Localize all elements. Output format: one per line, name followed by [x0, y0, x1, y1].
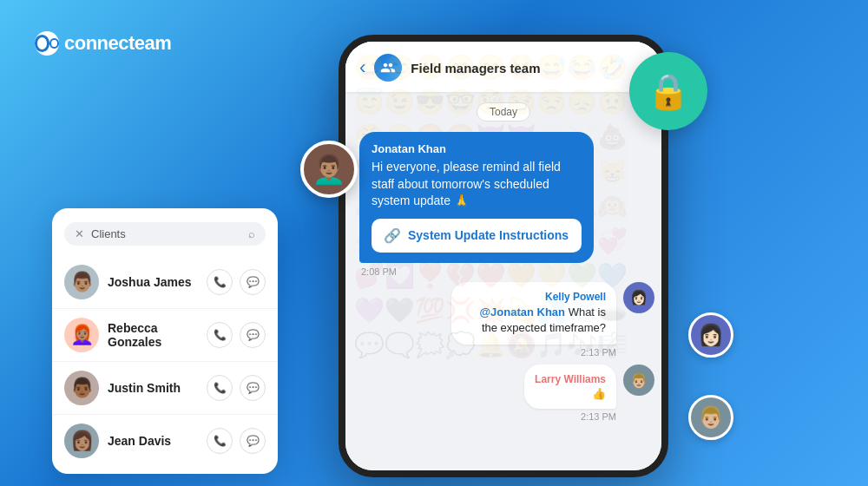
- link-label: System Update Instructions: [408, 228, 569, 242]
- phone-inner: 😀😊🙂😄😁😆😅😂🤣😇😉😎🤓🧐😏😒😞😟😤😠😡🤬😈👿💀☠️💩🤡👹👺👻👽👾🤖😺😸😹😻😼…: [345, 42, 661, 470]
- phone-mockup: 😀😊🙂😄😁😆😅😂🤣😇😉😎🤓🧐😏😒😞😟😤😠😡🤬😈👿💀☠️💩🤡👹👺👻👽👾🤖😺😸😹😻😼…: [339, 35, 668, 477]
- lock-badge: 🔒: [629, 52, 707, 130]
- contact-item: 👩🏽 Jean Davis 📞 💬: [52, 415, 278, 467]
- larry-message-container: Larry Williams 👍 2:13 PM 👨🏼: [352, 364, 654, 422]
- avatar-rebecca: 👩🏽‍🦰: [64, 318, 99, 352]
- chat-icon: 💬: [247, 435, 260, 447]
- chat-button-rebecca[interactable]: 💬: [240, 322, 266, 348]
- phone-icon: 📞: [214, 382, 227, 394]
- chat-icon: 💬: [247, 382, 260, 394]
- contact-name-justin: Justin Smith: [108, 381, 198, 395]
- larry-outside-avatar: 👨🏼: [688, 395, 733, 440]
- search-bar[interactable]: ✕ Clients ⌕: [64, 222, 266, 246]
- phone-content: ‹ Field managers team Today Jonatan Khan: [345, 42, 661, 470]
- larry-avatar: 👨🏼: [623, 364, 654, 396]
- chat-button-justin[interactable]: 💬: [240, 375, 266, 401]
- logo-icon: [35, 31, 59, 56]
- chat-button-jean[interactable]: 💬: [240, 428, 266, 454]
- avatar-jean: 👩🏽: [64, 424, 99, 458]
- channel-avatar: [374, 54, 402, 82]
- kelly-message-container: Kelly Powell @Jonatan Khan What is the e…: [352, 282, 654, 358]
- larry-message-time: 2:13 PM: [524, 411, 616, 422]
- today-divider: Today: [345, 92, 661, 132]
- clear-search-icon[interactable]: ✕: [75, 227, 84, 240]
- contact-name-jean: Jean Davis: [108, 434, 198, 448]
- kelly-outside-avatar: 👩🏻: [688, 312, 733, 358]
- phone-icon: 📞: [214, 435, 227, 447]
- kelly-message-text: @Jonatan Khan What is the expected timef…: [462, 305, 606, 336]
- contacts-card: ✕ Clients ⌕ 👨🏽 Joshua James 📞 💬 👩🏽‍🦰 Reb…: [52, 208, 278, 474]
- chat-icon: 💬: [247, 329, 260, 341]
- search-icon: ⌕: [248, 227, 255, 240]
- jonatan-message-text: Hi everyone, please remind all field sta…: [372, 159, 582, 210]
- jonatan-sender-name: Jonatan Khan: [372, 142, 582, 155]
- contact-actions-rebecca: 📞 💬: [207, 322, 266, 348]
- avatar-joshua: 👨🏽: [64, 265, 99, 299]
- larry-message: Larry Williams 👍: [524, 364, 616, 409]
- jonatan-message-time: 2:08 PM: [359, 266, 654, 277]
- phone-button-joshua[interactable]: 📞: [207, 269, 233, 295]
- today-badge: Today: [477, 102, 530, 122]
- chat-scroll[interactable]: Jonatan Khan Hi everyone, please remind …: [345, 132, 661, 470]
- contact-item: 👨🏾 Justin Smith 📞 💬: [52, 362, 278, 415]
- jonatan-message-container: Jonatan Khan Hi everyone, please remind …: [352, 132, 654, 277]
- larry-message-text: 👍: [535, 387, 606, 400]
- back-button[interactable]: ‹: [359, 56, 365, 79]
- kelly-avatar: 👩🏻: [623, 282, 654, 313]
- lock-icon: 🔒: [647, 71, 690, 112]
- logo-text: connecteam: [64, 32, 171, 55]
- mention-tag: @Jonatan Khan: [479, 305, 565, 319]
- link-icon: 🔗: [384, 227, 401, 244]
- phone-button-rebecca[interactable]: 📞: [207, 322, 233, 348]
- contact-name-rebecca: Rebecca Gonzales: [108, 321, 198, 349]
- app-logo: connecteam: [35, 31, 171, 56]
- phone-icon: 📞: [214, 276, 227, 288]
- jonatan-outside-avatar: 👨🏽‍🦱: [300, 141, 358, 198]
- phone-icon: 📞: [214, 329, 227, 341]
- system-update-link[interactable]: 🔗 System Update Instructions: [372, 219, 582, 253]
- kelly-message-time: 2:13 PM: [451, 347, 616, 358]
- channel-name: Field managers team: [411, 61, 540, 76]
- contact-actions-joshua: 📞 💬: [207, 269, 266, 295]
- contact-actions-justin: 📞 💬: [207, 375, 266, 401]
- chat-icon: 💬: [247, 276, 260, 288]
- jonatan-message: Jonatan Khan Hi everyone, please remind …: [359, 132, 594, 263]
- search-label: Clients: [91, 227, 241, 240]
- larry-sender-name: Larry Williams: [535, 373, 606, 385]
- avatar-justin: 👨🏾: [64, 371, 99, 405]
- kelly-message: Kelly Powell @Jonatan Khan What is the e…: [451, 282, 616, 345]
- phone-button-jean[interactable]: 📞: [207, 428, 233, 454]
- contact-actions-jean: 📞 💬: [207, 428, 266, 454]
- phone-header: ‹ Field managers team: [345, 42, 661, 92]
- contact-item: 👨🏽 Joshua James 📞 💬: [52, 256, 278, 309]
- chat-button-joshua[interactable]: 💬: [240, 269, 266, 295]
- kelly-sender-name: Kelly Powell: [462, 291, 606, 303]
- contact-item: 👩🏽‍🦰 Rebecca Gonzales 📞 💬: [52, 309, 278, 362]
- phone-button-justin[interactable]: 📞: [207, 375, 233, 401]
- contact-name-joshua: Joshua James: [108, 275, 198, 289]
